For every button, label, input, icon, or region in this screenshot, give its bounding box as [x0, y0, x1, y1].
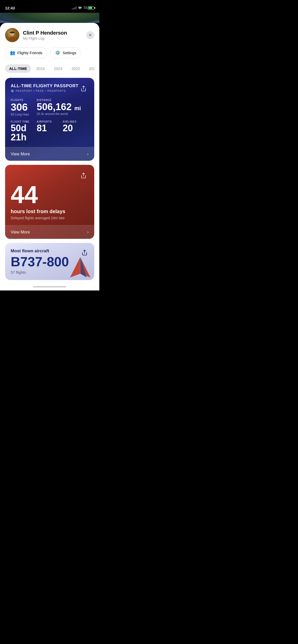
battery-percentage: 73 [84, 6, 87, 10]
tab-2024[interactable]: 2024 [32, 64, 49, 73]
battery-icon: 73 [84, 6, 94, 10]
tab-2022[interactable]: 2022 [67, 64, 84, 73]
delays-card: 44 hours lost from delays Delayed flight… [5, 165, 94, 239]
delays-view-more-button[interactable]: View More › [5, 225, 94, 239]
delays-number: 44 [11, 183, 89, 207]
action-buttons: 👥 Flighty Friends ⚙️ Settings [5, 47, 94, 58]
passport-view-more-label: View More [11, 152, 30, 156]
flighty-friends-button[interactable]: 👥 Flighty Friends [5, 47, 47, 58]
aircraft-card: Most flown aircraft B737-800 57 flights [5, 243, 94, 280]
flights-value: 306 [11, 102, 37, 112]
wifi-icon [78, 6, 82, 10]
header: Clint P Henderson My Flight Log ✕ [5, 28, 94, 42]
aircraft-label: Most flown aircraft [11, 248, 89, 254]
passport-icon: 🛂 [11, 90, 14, 92]
tab-all-time[interactable]: ALL-TIME [5, 64, 31, 73]
year-tabs: ALL-TIME 2024 2023 2022 2021 2020 [5, 64, 94, 73]
distance-stat: DISTANCE 506,162 mi 20.3x around the wor… [37, 99, 89, 116]
stats-top: FLIGHTS 306 83 Long Haul DISTANCE 506,16… [11, 99, 89, 116]
time: 12:43 [5, 6, 15, 10]
user-info: Clint P Henderson My Flight Log [5, 28, 67, 42]
svg-rect-3 [10, 32, 14, 33]
distance-label: DISTANCE [37, 99, 89, 101]
svg-point-1 [9, 37, 16, 40]
airlines-stat: AIRLINES 20 [63, 120, 89, 142]
flight-time-stat: FLIGHT TIME 50d 21h [11, 120, 37, 142]
passport-header: ALL-TIME FLIGHTY PASSPORT 🛂 PASSPORT • P… [11, 83, 89, 94]
close-button[interactable]: ✕ [86, 31, 94, 39]
airports-stat: AIRPORTS 81 [37, 120, 63, 142]
passport-share-button[interactable] [78, 83, 89, 94]
delays-sub: Delayed flights averaged 24m late [11, 216, 89, 220]
flights-sub: 83 Long Haul [11, 113, 37, 116]
passport-view-more-button[interactable]: View More › [5, 147, 94, 161]
delays-chevron-icon: › [87, 229, 89, 235]
earth-decoration [0, 13, 99, 23]
delays-view-more-label: View More [11, 230, 30, 235]
tab-2023[interactable]: 2023 [50, 64, 66, 73]
friends-icon: 👥 [10, 50, 15, 55]
delays-header [11, 170, 89, 181]
flighty-friends-label: Flighty Friends [17, 51, 42, 55]
airlines-value: 20 [63, 124, 89, 133]
distance-sub: 20.3x around the world [37, 112, 89, 116]
airline-tail-icon [66, 255, 92, 280]
user-name: Clint P Henderson [23, 30, 67, 36]
passport-card: ALL-TIME FLIGHTY PASSPORT 🛂 PASSPORT • P… [5, 78, 94, 161]
passport-subtitle: 🛂 PASSPORT • PASS • PASAPORTE [11, 90, 78, 92]
passport-title-block: ALL-TIME FLIGHTY PASSPORT 🛂 PASSPORT • P… [11, 83, 78, 92]
settings-button[interactable]: ⚙️ Settings [50, 47, 81, 58]
flights-stat: FLIGHTS 306 83 Long Haul [11, 99, 37, 116]
delays-label: hours lost from delays [11, 209, 89, 214]
status-bar: 12:43 73 [0, 0, 99, 13]
airports-value: 81 [37, 124, 63, 133]
status-icons: 73 [72, 6, 94, 10]
delays-share-icon [79, 171, 88, 180]
stats-bottom: FLIGHT TIME 50d 21h AIRPORTS 81 AIRLINES… [11, 120, 89, 142]
flights-label: FLIGHTS [11, 99, 37, 101]
passport-title: ALL-TIME FLIGHTY PASSPORT [11, 83, 78, 89]
avatar-image [5, 28, 19, 42]
main-content: Clint P Henderson My Flight Log ✕ 👥 Flig… [0, 23, 99, 290]
signal-icon [72, 6, 76, 9]
avatar [5, 28, 19, 42]
delays-share-button[interactable] [78, 170, 89, 181]
flight-time-value: 50d 21h [11, 124, 37, 142]
home-indicator [5, 284, 94, 290]
home-bar [33, 286, 66, 287]
user-subtitle: My Flight Log [23, 36, 67, 40]
share-icon [79, 84, 88, 93]
tab-2021[interactable]: 2021 [85, 64, 94, 73]
settings-icon: ⚙️ [55, 50, 60, 55]
distance-value: 506,162 mi [37, 102, 89, 112]
chevron-right-icon: › [87, 151, 89, 157]
user-text: Clint P Henderson My Flight Log [23, 30, 67, 40]
passport-sub-text: PASSPORT • PASS • PASAPORTE [16, 90, 66, 92]
settings-label: Settings [62, 51, 76, 55]
